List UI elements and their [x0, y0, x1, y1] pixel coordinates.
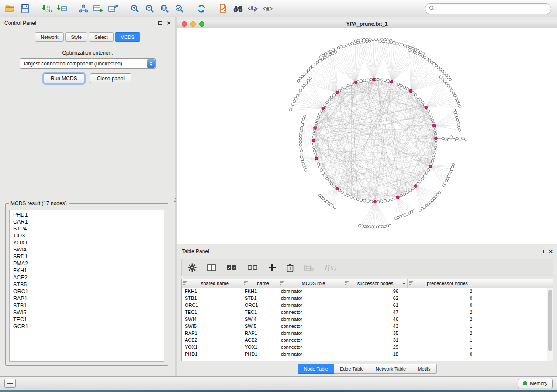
close-panel-button[interactable]: Close panel [90, 73, 131, 83]
show-columns-icon[interactable] [207, 264, 216, 271]
select-all-icon[interactable] [226, 264, 237, 271]
table-row[interactable]: SWI5SWI5connector431 [182, 323, 553, 330]
save-icon[interactable] [17, 2, 32, 16]
tab-network-table[interactable]: Network Table [370, 364, 412, 374]
mcds-result-item[interactable]: SWI4 [10, 246, 164, 253]
tab-mcds[interactable]: MCDS [115, 32, 140, 42]
sort-icon [280, 281, 284, 286]
task-history-button[interactable] [4, 379, 16, 388]
show-details-eye-icon[interactable] [246, 2, 260, 16]
column-header-predecessor-nodes[interactable]: predecessor nodes [407, 279, 481, 288]
float-table-panel-icon[interactable] [540, 250, 544, 253]
mcds-result-item[interactable]: SRD1 [10, 253, 164, 260]
sort-icon [243, 281, 248, 286]
binoculars-icon[interactable] [231, 2, 246, 16]
table-row[interactable]: STB1STB1dominator620 [182, 295, 553, 302]
tab-edge-table[interactable]: Edge Table [334, 364, 370, 374]
mcds-result-item[interactable]: STP4 [10, 225, 164, 232]
tab-select[interactable]: Select [89, 32, 114, 42]
table-panel-tabs: Node TableEdge TableNetwork TableMotifs [177, 364, 557, 374]
table-scrollbar[interactable] [547, 288, 553, 361]
import-table-icon[interactable] [54, 2, 69, 16]
column-header-name[interactable]: name [242, 279, 278, 288]
network-canvas[interactable] [177, 28, 557, 244]
tab-style[interactable]: Style [65, 32, 87, 42]
zoom-selected-icon[interactable] [172, 2, 187, 16]
delete-column-icon[interactable] [287, 264, 294, 272]
mcds-result-item[interactable]: GCR1 [10, 323, 164, 330]
mcds-result-item[interactable]: TEC1 [10, 316, 164, 323]
refresh-icon[interactable] [194, 2, 209, 16]
eye-icon[interactable] [260, 2, 275, 16]
table-row[interactable]: RAP1RAP1dominator352 [182, 330, 553, 337]
table-row[interactable]: TEC1TEC1connector472 [182, 309, 553, 316]
splitter-arrows-icon[interactable]: ◂▸ [174, 197, 176, 203]
scrollbar-thumb[interactable] [548, 290, 552, 351]
table-add-icon[interactable] [91, 2, 106, 16]
document-share-icon[interactable] [216, 2, 231, 16]
zoom-out-icon[interactable] [142, 2, 157, 16]
table-row[interactable]: FKH1FKH1dominator962 [182, 288, 553, 295]
node-table-body: FKH1FKH1dominator962STB1STB1dominator620… [182, 288, 553, 358]
mcds-result-item[interactable]: RAP1 [10, 295, 164, 302]
column-header-MCDS-role[interactable]: MCDS role [278, 279, 343, 288]
function-builder-icon: f(x) [324, 264, 336, 272]
gear-icon[interactable] [188, 263, 197, 272]
table-row[interactable]: YOX1YOX1connector291 [182, 344, 553, 351]
memory-button[interactable]: Memory [518, 379, 553, 388]
add-column-icon[interactable] [268, 264, 276, 272]
search-box[interactable] [425, 3, 551, 14]
criterion-value: largest connected component (undirected) [24, 61, 122, 67]
tab-network[interactable]: Network [35, 32, 64, 42]
mcds-result-item[interactable]: ACE2 [10, 274, 164, 281]
status-bar: Memory [0, 376, 557, 390]
network-window-titlebar[interactable]: YPA_prune.txt_1 [177, 20, 557, 28]
maximize-window-icon[interactable] [199, 21, 204, 27]
search-input[interactable] [437, 6, 547, 12]
open-folder-icon[interactable] [3, 2, 17, 16]
close-window-icon[interactable] [182, 21, 187, 27]
mcds-result-item[interactable]: ORC1 [10, 288, 164, 295]
optimization-criterion-label: Optimization criterion: [0, 50, 175, 56]
mcds-result-item[interactable]: PMA2 [10, 260, 164, 267]
mcds-result-item[interactable]: FKH1 [10, 267, 164, 274]
desktop-background [0, 390, 557, 392]
table-toolbar: f(x) [181, 259, 553, 276]
float-panel-icon[interactable] [158, 21, 162, 25]
deselect-all-icon[interactable] [247, 264, 258, 271]
run-mcds-button[interactable]: Run MCDS [44, 73, 84, 83]
table-panel: Table Panel × [177, 246, 557, 376]
import-network-icon[interactable] [39, 2, 54, 16]
mcds-result-group: MCDS result (17 nodes) PHD1CAR1STP4TID3Y… [5, 203, 168, 366]
mcds-result-item[interactable]: STB5 [10, 281, 164, 288]
mcds-result-list[interactable]: PHD1CAR1STP4TID3YOX1SWI4SRD1PMA2FKH1ACE2… [9, 210, 164, 362]
criterion-dropdown[interactable]: largest connected component (undirected) [20, 58, 156, 69]
network-view-window: YPA_prune.txt_1 [177, 20, 557, 244]
zoom-fit-icon[interactable] [157, 2, 172, 16]
close-panel-icon[interactable]: × [167, 21, 171, 26]
search-icon [429, 5, 435, 13]
mcds-result-item[interactable]: CAR1 [10, 218, 164, 225]
table-row[interactable]: SWI4SWI4dominator462 [182, 316, 553, 323]
mcds-result-item[interactable]: YOX1 [10, 239, 164, 246]
column-header-shared-name[interactable]: shared name [182, 279, 242, 288]
sort-icon [183, 281, 188, 286]
mcds-result-item[interactable]: STB1 [10, 302, 164, 309]
image-export-icon[interactable] [106, 2, 121, 16]
tab-motifs[interactable]: Motifs [412, 364, 436, 374]
column-header-successor-nodes[interactable]: successor nodes [343, 279, 407, 288]
mcds-result-item[interactable]: SWI5 [10, 309, 164, 316]
table-row[interactable]: ACE2ACE2connector311 [182, 337, 553, 344]
sort-icon [344, 281, 349, 286]
table-row[interactable]: PHD1PHD1dominator180 [182, 351, 553, 358]
minimize-window-icon[interactable] [190, 21, 196, 27]
zoom-in-icon[interactable] [128, 2, 142, 16]
memory-label: Memory [530, 381, 547, 386]
mcds-result-item[interactable]: TID3 [10, 232, 164, 239]
close-table-panel-icon[interactable]: × [549, 249, 553, 254]
network-graph-icon[interactable] [76, 2, 91, 16]
sort-icon [409, 281, 414, 286]
tab-node-table[interactable]: Node Table [298, 364, 334, 374]
mcds-result-item[interactable]: PHD1 [10, 211, 164, 218]
table-row[interactable]: ORC1ORC1dominator610 [182, 302, 553, 309]
